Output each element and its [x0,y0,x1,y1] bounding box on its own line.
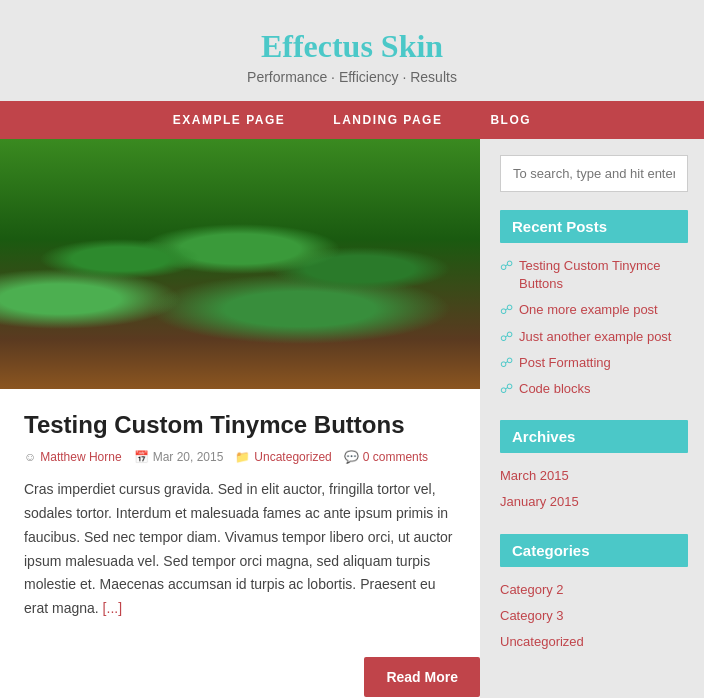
list-icon: ☍ [500,355,513,370]
meta-category: 📁 Uncategorized [235,450,331,464]
sidebar: Recent Posts ☍ Testing Custom Tinymce Bu… [480,139,704,698]
list-item: ☍ Just another example post [500,324,688,350]
nav-item-blog: BLOG [466,101,555,139]
hero-image [0,139,480,389]
list-icon: ☍ [500,302,513,317]
widget-archives: Archives March 2015 January 2015 [500,420,688,515]
folder-icon: 📁 [235,450,250,464]
calendar-icon: 📅 [134,450,149,464]
meta-date: 📅 Mar 20, 2015 [134,450,224,464]
recent-post-link-3[interactable]: Post Formatting [519,354,611,372]
categories-title: Categories [500,534,688,567]
archive-link-1[interactable]: January 2015 [500,493,579,511]
nav-item-example: EXAMPLE PAGE [149,101,309,139]
recent-post-link-1[interactable]: One more example post [519,301,658,319]
recent-post-link-2[interactable]: Just another example post [519,328,671,346]
list-icon: ☍ [500,329,513,344]
post-container: Testing Custom Tinymce Buttons ☺ Matthew… [0,389,480,641]
categories-list: Category 2 Category 3 Uncategorized [500,577,688,656]
excerpt-ellipsis: [...] [103,600,122,616]
category-link-2[interactable]: Uncategorized [500,633,584,651]
meta-comments: 💬 0 comments [344,450,428,464]
site-header: Effectus Skin Performance · Efficiency ·… [0,0,704,101]
nav-link-blog[interactable]: BLOG [466,101,555,139]
post-meta: ☺ Matthew Horne 📅 Mar 20, 2015 📁 Uncateg… [24,450,456,464]
search-input[interactable] [500,155,688,192]
list-item: ☍ Post Formatting [500,350,688,376]
list-item: Uncategorized [500,629,688,655]
main-nav: EXAMPLE PAGE LANDING PAGE BLOG [0,101,704,139]
read-more-wrap: Read More [0,641,480,698]
list-icon: ☍ [500,258,513,273]
list-item: March 2015 [500,463,688,489]
list-icon: ☍ [500,381,513,396]
category-link[interactable]: Uncategorized [254,450,331,464]
page-wrapper: Effectus Skin Performance · Efficiency ·… [0,0,704,698]
comment-icon: 💬 [344,450,359,464]
site-title: Effectus Skin [16,28,688,65]
widget-categories: Categories Category 2 Category 3 Uncateg… [500,534,688,656]
comments-link[interactable]: 0 comments [363,450,428,464]
nav-link-landing[interactable]: LANDING PAGE [309,101,466,139]
archive-link-0[interactable]: March 2015 [500,467,569,485]
category-link-1[interactable]: Category 3 [500,607,564,625]
author-link[interactable]: Matthew Horne [40,450,121,464]
excerpt-text: Cras imperdiet cursus gravida. Sed in el… [24,481,453,616]
post-title: Testing Custom Tinymce Buttons [24,409,456,440]
list-item: Category 2 [500,577,688,603]
recent-post-link-4[interactable]: Code blocks [519,380,591,398]
nav-link-example[interactable]: EXAMPLE PAGE [149,101,309,139]
post-date: Mar 20, 2015 [153,450,224,464]
list-item: January 2015 [500,489,688,515]
archives-title: Archives [500,420,688,453]
list-item: ☍ Code blocks [500,376,688,402]
content-area: Testing Custom Tinymce Buttons ☺ Matthew… [0,139,704,698]
post-excerpt: Cras imperdiet cursus gravida. Sed in el… [24,478,456,621]
list-item: Category 3 [500,603,688,629]
list-item: ☍ One more example post [500,297,688,323]
nav-item-landing: LANDING PAGE [309,101,466,139]
sidebar-search [500,155,688,192]
widget-recent-posts: Recent Posts ☍ Testing Custom Tinymce Bu… [500,210,688,402]
main-content: Testing Custom Tinymce Buttons ☺ Matthew… [0,139,480,698]
author-icon: ☺ [24,450,36,464]
nav-list: EXAMPLE PAGE LANDING PAGE BLOG [0,101,704,139]
archives-list: March 2015 January 2015 [500,463,688,515]
category-link-0[interactable]: Category 2 [500,581,564,599]
recent-posts-list: ☍ Testing Custom Tinymce Buttons ☍ One m… [500,253,688,402]
list-item: ☍ Testing Custom Tinymce Buttons [500,253,688,297]
fern-overlay [0,139,480,389]
recent-posts-title: Recent Posts [500,210,688,243]
site-tagline: Performance · Efficiency · Results [16,69,688,85]
recent-post-link-0[interactable]: Testing Custom Tinymce Buttons [519,257,688,293]
read-more-button[interactable]: Read More [364,657,480,697]
meta-author: ☺ Matthew Horne [24,450,122,464]
